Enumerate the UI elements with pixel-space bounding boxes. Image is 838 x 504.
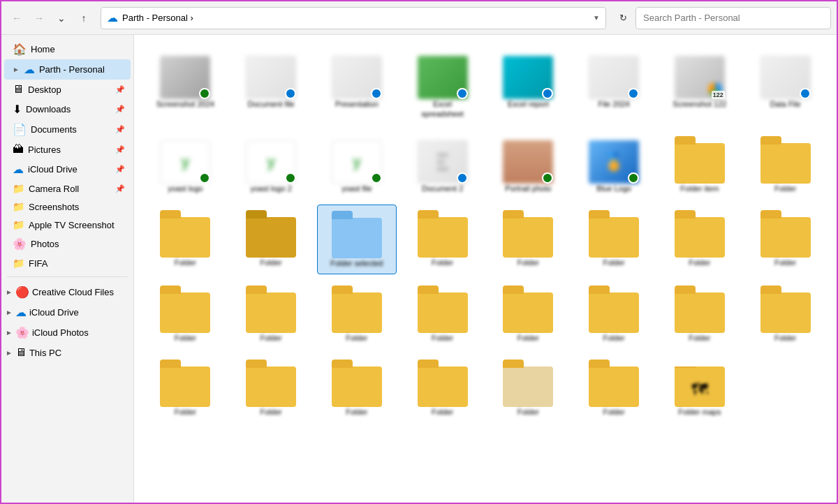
caret-icon: ► bbox=[6, 288, 13, 296]
file-item[interactable]: Folder bbox=[231, 205, 311, 274]
sidebar-item-camera-roll[interactable]: 📁 Camera Roll 📌 bbox=[4, 179, 131, 198]
file-name: Document 2 bbox=[422, 184, 463, 193]
file-thumbnail bbox=[418, 52, 468, 99]
file-item[interactable]: Folder bbox=[488, 280, 568, 348]
sidebar-item-screenshots[interactable]: 📁 Screenshots bbox=[4, 198, 131, 216]
sidebar-item-apple-tv[interactable]: 📁 Apple TV Screenshot bbox=[4, 216, 131, 234]
recent-button[interactable]: ⌄ bbox=[52, 8, 71, 28]
sidebar-screenshots-label: Screenshots bbox=[29, 202, 125, 212]
caret-icon-4: ► bbox=[6, 349, 13, 357]
file-item[interactable]: File 2024 bbox=[574, 46, 654, 125]
file-item[interactable]: Folder bbox=[317, 354, 397, 422]
file-name: Screenshot 2024 bbox=[156, 99, 214, 109]
file-item[interactable]: Folder bbox=[745, 205, 825, 274]
icloud-drive-label-2: iCloud Drive bbox=[29, 307, 79, 318]
file-item[interactable]: Folder bbox=[145, 354, 226, 422]
onedrive-icon: ☁ bbox=[24, 63, 35, 76]
sync-badge bbox=[628, 88, 639, 99]
file-thumbnail: y bbox=[246, 136, 296, 184]
refresh-button[interactable]: ↻ bbox=[613, 8, 633, 28]
file-item[interactable]: Folder bbox=[745, 280, 825, 348]
file-name: Folder bbox=[774, 184, 796, 193]
folder-icon-fifa: 📁 bbox=[13, 258, 24, 269]
file-item[interactable]: Folder bbox=[402, 280, 483, 348]
file-item[interactable]: Folder bbox=[488, 354, 568, 422]
icloud-drive-icon-2: ☁ bbox=[15, 306, 27, 319]
file-item[interactable]: Folder bbox=[488, 205, 568, 274]
sidebar-item-home[interactable]: 🏠 Home bbox=[4, 39, 131, 59]
file-thumbnail bbox=[760, 136, 811, 184]
file-item[interactable]: Folder bbox=[317, 280, 397, 348]
file-name: Folder bbox=[517, 407, 539, 417]
file-thumbnail bbox=[760, 210, 811, 258]
file-thumbnail: 🏅 bbox=[589, 136, 639, 184]
sidebar-section-icloud-photos[interactable]: ► 🌸 iCloud Photos bbox=[1, 322, 133, 342]
desktop-icon: 🖥 bbox=[13, 83, 24, 96]
file-thumbnail bbox=[675, 136, 725, 184]
documents-icon: 📄 bbox=[13, 123, 27, 136]
file-item[interactable]: Excel report bbox=[488, 46, 568, 125]
file-name: Folder bbox=[260, 407, 282, 417]
sidebar-section-creative-cloud[interactable]: ► 🔴 Creative Cloud Files bbox=[1, 281, 133, 302]
file-item[interactable]: Folder bbox=[660, 280, 740, 348]
pin-icon-icloud: 📌 bbox=[115, 165, 125, 174]
sidebar-item-fifa[interactable]: 📁 FIFA bbox=[4, 254, 131, 272]
sidebar-desktop-label: Desktop bbox=[28, 84, 111, 95]
file-item[interactable]: Folder bbox=[145, 205, 226, 274]
file-item[interactable]: Data File bbox=[745, 46, 825, 125]
file-item[interactable]: 122 Screenshot 122 bbox=[660, 46, 740, 125]
sidebar-item-parth-personal[interactable]: ► ☁ Parth - Personal bbox=[4, 59, 131, 80]
sidebar-section-this-pc[interactable]: ► 🖥 This PC bbox=[1, 342, 133, 362]
back-button[interactable]: ← bbox=[7, 8, 27, 28]
sidebar-home-label: Home bbox=[31, 44, 125, 54]
file-item[interactable]: Portrait photo bbox=[488, 131, 568, 199]
file-item[interactable]: Document file bbox=[231, 46, 311, 125]
file-name: Folder bbox=[432, 333, 453, 343]
file-item[interactable]: Folder bbox=[402, 354, 483, 422]
sync-badge bbox=[285, 88, 296, 99]
file-thumbnail bbox=[503, 360, 553, 407]
file-item[interactable]: Folder bbox=[745, 131, 825, 199]
file-item[interactable]: y yoast file bbox=[317, 131, 397, 199]
file-item[interactable]: Folder bbox=[660, 205, 740, 274]
search-input[interactable] bbox=[635, 7, 831, 29]
address-bar[interactable]: ☁ Parth - Personal › ▼ bbox=[101, 7, 606, 29]
sidebar-item-documents[interactable]: 📄 Documents 📌 bbox=[4, 119, 131, 140]
file-item[interactable]: Folder bbox=[145, 280, 226, 348]
file-thumbnail bbox=[246, 286, 296, 333]
sidebar-item-icloud-drive[interactable]: ☁ iCloud Drive 📌 bbox=[4, 159, 131, 179]
forward-button[interactable]: → bbox=[29, 8, 49, 28]
sidebar-section-icloud-drive-2[interactable]: ► ☁ iCloud Drive bbox=[1, 302, 133, 322]
file-item[interactable]: Folder bbox=[231, 354, 311, 422]
file-item[interactable]: Folder bbox=[574, 354, 654, 422]
file-item[interactable]: Folder bbox=[574, 205, 654, 274]
file-item-selected[interactable]: Folder selected bbox=[317, 205, 397, 274]
file-item[interactable]: y yoast logo 2 bbox=[231, 131, 311, 199]
file-item[interactable]: y yoast logo bbox=[145, 131, 226, 199]
file-item[interactable]: Folder bbox=[231, 280, 311, 348]
sidebar-item-desktop[interactable]: 🖥 Desktop 📌 bbox=[4, 80, 131, 99]
up-button[interactable]: ↑ bbox=[74, 8, 94, 28]
sync-badge bbox=[628, 172, 639, 184]
file-item[interactable]: Screenshot 2024 bbox=[145, 46, 226, 125]
file-thumbnail: ≡≡≡≡≡≡≡≡ bbox=[418, 136, 468, 184]
file-name: Folder bbox=[175, 333, 196, 343]
file-item[interactable]: Folder bbox=[402, 205, 483, 274]
sidebar-item-pictures[interactable]: 🏔 Pictures 📌 bbox=[4, 140, 131, 159]
sidebar-item-photos[interactable]: 🌸 Photos bbox=[4, 234, 131, 254]
file-item[interactable]: Folder item bbox=[660, 131, 740, 199]
file-item[interactable]: 🏅 Blue Logo bbox=[574, 131, 654, 199]
file-thumbnail bbox=[589, 52, 639, 99]
file-item[interactable]: Folder bbox=[574, 280, 654, 348]
file-item[interactable]: 🗺 Folder maps bbox=[660, 354, 740, 422]
icloud-photos-icon: 🌸 bbox=[15, 326, 29, 339]
sidebar-fifa-label: FIFA bbox=[29, 258, 125, 269]
file-item[interactable]: Presentation bbox=[317, 46, 397, 125]
sidebar-camera-roll-label: Camera Roll bbox=[29, 184, 111, 194]
sidebar-item-downloads[interactable]: ⬇ Downloads 📌 bbox=[4, 99, 131, 119]
file-thumbnail bbox=[160, 52, 210, 99]
file-thumbnail bbox=[760, 286, 811, 333]
file-thumbnail bbox=[675, 286, 725, 333]
file-item[interactable]: ≡≡≡≡≡≡≡≡ Document 2 bbox=[402, 131, 483, 199]
file-item[interactable]: Excel spreadsheet bbox=[402, 46, 483, 125]
